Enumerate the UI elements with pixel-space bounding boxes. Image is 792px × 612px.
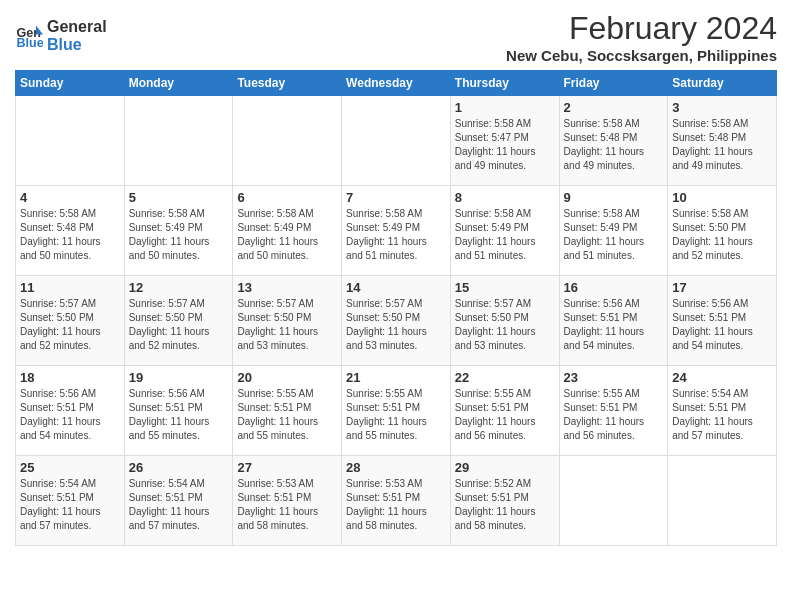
header: Gen Blue General Blue February 2024 New … xyxy=(15,10,777,64)
day-info: Sunrise: 5:58 AMSunset: 5:48 PMDaylight:… xyxy=(672,117,772,173)
calendar-cell xyxy=(668,456,777,546)
calendar-table: SundayMondayTuesdayWednesdayThursdayFrid… xyxy=(15,70,777,546)
header-monday: Monday xyxy=(124,71,233,96)
day-info: Sunrise: 5:53 AMSunset: 5:51 PMDaylight:… xyxy=(237,477,337,533)
day-number: 20 xyxy=(237,370,337,385)
header-friday: Friday xyxy=(559,71,668,96)
header-tuesday: Tuesday xyxy=(233,71,342,96)
day-info: Sunrise: 5:58 AMSunset: 5:47 PMDaylight:… xyxy=(455,117,555,173)
day-info: Sunrise: 5:58 AMSunset: 5:49 PMDaylight:… xyxy=(455,207,555,263)
header-saturday: Saturday xyxy=(668,71,777,96)
week-row-4: 18Sunrise: 5:56 AMSunset: 5:51 PMDayligh… xyxy=(16,366,777,456)
day-number: 27 xyxy=(237,460,337,475)
calendar-cell xyxy=(233,96,342,186)
day-number: 2 xyxy=(564,100,664,115)
calendar-cell: 23Sunrise: 5:55 AMSunset: 5:51 PMDayligh… xyxy=(559,366,668,456)
day-info: Sunrise: 5:52 AMSunset: 5:51 PMDaylight:… xyxy=(455,477,555,533)
title-area: February 2024 New Cebu, Soccsksargen, Ph… xyxy=(506,10,777,64)
calendar-cell xyxy=(342,96,451,186)
day-info: Sunrise: 5:58 AMSunset: 5:48 PMDaylight:… xyxy=(20,207,120,263)
logo-icon: Gen Blue xyxy=(15,22,43,50)
day-info: Sunrise: 5:55 AMSunset: 5:51 PMDaylight:… xyxy=(455,387,555,443)
day-number: 14 xyxy=(346,280,446,295)
calendar-cell: 2Sunrise: 5:58 AMSunset: 5:48 PMDaylight… xyxy=(559,96,668,186)
calendar-cell: 28Sunrise: 5:53 AMSunset: 5:51 PMDayligh… xyxy=(342,456,451,546)
calendar-cell: 13Sunrise: 5:57 AMSunset: 5:50 PMDayligh… xyxy=(233,276,342,366)
day-info: Sunrise: 5:54 AMSunset: 5:51 PMDaylight:… xyxy=(20,477,120,533)
day-info: Sunrise: 5:56 AMSunset: 5:51 PMDaylight:… xyxy=(564,297,664,353)
week-row-3: 11Sunrise: 5:57 AMSunset: 5:50 PMDayligh… xyxy=(16,276,777,366)
header-wednesday: Wednesday xyxy=(342,71,451,96)
day-info: Sunrise: 5:57 AMSunset: 5:50 PMDaylight:… xyxy=(129,297,229,353)
calendar-cell xyxy=(16,96,125,186)
day-info: Sunrise: 5:57 AMSunset: 5:50 PMDaylight:… xyxy=(237,297,337,353)
day-number: 7 xyxy=(346,190,446,205)
day-info: Sunrise: 5:58 AMSunset: 5:49 PMDaylight:… xyxy=(237,207,337,263)
day-number: 3 xyxy=(672,100,772,115)
day-number: 24 xyxy=(672,370,772,385)
day-info: Sunrise: 5:54 AMSunset: 5:51 PMDaylight:… xyxy=(129,477,229,533)
day-number: 15 xyxy=(455,280,555,295)
calendar-cell: 20Sunrise: 5:55 AMSunset: 5:51 PMDayligh… xyxy=(233,366,342,456)
week-row-5: 25Sunrise: 5:54 AMSunset: 5:51 PMDayligh… xyxy=(16,456,777,546)
calendar-cell: 15Sunrise: 5:57 AMSunset: 5:50 PMDayligh… xyxy=(450,276,559,366)
day-number: 9 xyxy=(564,190,664,205)
day-info: Sunrise: 5:55 AMSunset: 5:51 PMDaylight:… xyxy=(346,387,446,443)
day-number: 26 xyxy=(129,460,229,475)
calendar-cell: 3Sunrise: 5:58 AMSunset: 5:48 PMDaylight… xyxy=(668,96,777,186)
day-number: 28 xyxy=(346,460,446,475)
day-number: 25 xyxy=(20,460,120,475)
day-number: 19 xyxy=(129,370,229,385)
week-row-1: 1Sunrise: 5:58 AMSunset: 5:47 PMDaylight… xyxy=(16,96,777,186)
calendar-cell: 9Sunrise: 5:58 AMSunset: 5:49 PMDaylight… xyxy=(559,186,668,276)
logo-line1: General xyxy=(47,18,107,36)
day-number: 11 xyxy=(20,280,120,295)
day-info: Sunrise: 5:57 AMSunset: 5:50 PMDaylight:… xyxy=(455,297,555,353)
day-number: 4 xyxy=(20,190,120,205)
day-number: 21 xyxy=(346,370,446,385)
day-number: 22 xyxy=(455,370,555,385)
calendar-cell: 24Sunrise: 5:54 AMSunset: 5:51 PMDayligh… xyxy=(668,366,777,456)
day-number: 23 xyxy=(564,370,664,385)
calendar-cell: 16Sunrise: 5:56 AMSunset: 5:51 PMDayligh… xyxy=(559,276,668,366)
day-number: 16 xyxy=(564,280,664,295)
calendar-cell: 14Sunrise: 5:57 AMSunset: 5:50 PMDayligh… xyxy=(342,276,451,366)
logo: Gen Blue General Blue xyxy=(15,18,107,53)
calendar-cell: 25Sunrise: 5:54 AMSunset: 5:51 PMDayligh… xyxy=(16,456,125,546)
main-title: February 2024 xyxy=(506,10,777,47)
day-info: Sunrise: 5:55 AMSunset: 5:51 PMDaylight:… xyxy=(564,387,664,443)
day-number: 1 xyxy=(455,100,555,115)
day-number: 6 xyxy=(237,190,337,205)
calendar-cell: 12Sunrise: 5:57 AMSunset: 5:50 PMDayligh… xyxy=(124,276,233,366)
day-info: Sunrise: 5:58 AMSunset: 5:48 PMDaylight:… xyxy=(564,117,664,173)
svg-text:Blue: Blue xyxy=(16,36,43,50)
day-info: Sunrise: 5:58 AMSunset: 5:49 PMDaylight:… xyxy=(129,207,229,263)
day-info: Sunrise: 5:54 AMSunset: 5:51 PMDaylight:… xyxy=(672,387,772,443)
day-number: 17 xyxy=(672,280,772,295)
calendar-cell: 4Sunrise: 5:58 AMSunset: 5:48 PMDaylight… xyxy=(16,186,125,276)
calendar-cell: 5Sunrise: 5:58 AMSunset: 5:49 PMDaylight… xyxy=(124,186,233,276)
header-thursday: Thursday xyxy=(450,71,559,96)
day-number: 10 xyxy=(672,190,772,205)
calendar-cell xyxy=(559,456,668,546)
day-number: 29 xyxy=(455,460,555,475)
calendar-cell: 11Sunrise: 5:57 AMSunset: 5:50 PMDayligh… xyxy=(16,276,125,366)
calendar-cell: 29Sunrise: 5:52 AMSunset: 5:51 PMDayligh… xyxy=(450,456,559,546)
header-sunday: Sunday xyxy=(16,71,125,96)
day-info: Sunrise: 5:58 AMSunset: 5:49 PMDaylight:… xyxy=(346,207,446,263)
day-info: Sunrise: 5:53 AMSunset: 5:51 PMDaylight:… xyxy=(346,477,446,533)
day-info: Sunrise: 5:58 AMSunset: 5:49 PMDaylight:… xyxy=(564,207,664,263)
calendar-cell: 19Sunrise: 5:56 AMSunset: 5:51 PMDayligh… xyxy=(124,366,233,456)
day-info: Sunrise: 5:56 AMSunset: 5:51 PMDaylight:… xyxy=(129,387,229,443)
calendar-cell: 27Sunrise: 5:53 AMSunset: 5:51 PMDayligh… xyxy=(233,456,342,546)
day-number: 13 xyxy=(237,280,337,295)
day-info: Sunrise: 5:56 AMSunset: 5:51 PMDaylight:… xyxy=(20,387,120,443)
calendar-cell: 1Sunrise: 5:58 AMSunset: 5:47 PMDaylight… xyxy=(450,96,559,186)
day-number: 12 xyxy=(129,280,229,295)
calendar-cell: 6Sunrise: 5:58 AMSunset: 5:49 PMDaylight… xyxy=(233,186,342,276)
day-number: 8 xyxy=(455,190,555,205)
calendar-cell: 7Sunrise: 5:58 AMSunset: 5:49 PMDaylight… xyxy=(342,186,451,276)
calendar-cell: 26Sunrise: 5:54 AMSunset: 5:51 PMDayligh… xyxy=(124,456,233,546)
calendar-header-row: SundayMondayTuesdayWednesdayThursdayFrid… xyxy=(16,71,777,96)
calendar-cell: 8Sunrise: 5:58 AMSunset: 5:49 PMDaylight… xyxy=(450,186,559,276)
